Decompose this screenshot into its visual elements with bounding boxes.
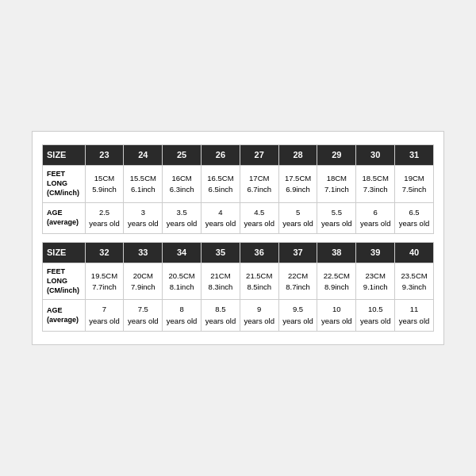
age-val-9: 11 years old [395, 300, 434, 332]
size-col-33: 33 [124, 243, 163, 263]
feet-val-7: 22.5CM 8.9inch [317, 263, 356, 300]
feet-val-9: 19CM 7.5inch [395, 166, 434, 202]
size-chart: SIZE232425262728293031 FEET LONG (CM/inc… [32, 131, 444, 345]
age-val-4: 8.5 years old [202, 300, 240, 332]
size-header: SIZE [43, 145, 86, 166]
age-val-8: 6 years old [356, 202, 395, 234]
feet-label: FEET LONG (CM/inch) [43, 166, 86, 202]
age-val-4: 4 years old [202, 202, 240, 234]
size-col-26: 26 [202, 145, 240, 166]
header-row-2: SIZE323334353637383940 [43, 243, 434, 263]
age-val-3: 3.5 years old [163, 202, 202, 234]
size-col-28: 28 [278, 145, 317, 166]
feet-row: FEET LONG (CM/inch)19.5CM 7.7inch20CM 7.… [43, 263, 434, 300]
size-col-37: 37 [278, 243, 317, 263]
feet-val-4: 16.5CM 6.5inch [202, 166, 240, 202]
age-val-5: 9 years old [240, 300, 278, 332]
feet-val-8: 18.5CM 7.3inch [356, 166, 395, 202]
age-val-7: 5.5 years old [317, 202, 356, 234]
age-row: AGE (average)7 years old7.5 years old8 y… [43, 300, 434, 332]
size-table-1: SIZE232425262728293031 FEET LONG (CM/inc… [42, 144, 434, 234]
feet-val-2: 15.5CM 6.1inch [124, 166, 163, 202]
feet-val-2: 20CM 7.9inch [124, 263, 163, 300]
feet-val-6: 17.5CM 6.9inch [278, 166, 317, 202]
feet-row: FEET LONG (CM/inch)15CM 5.9inch15.5CM 6.… [43, 166, 434, 202]
age-val-9: 6.5 years old [395, 202, 434, 234]
header-row-1: SIZE232425262728293031 [43, 145, 434, 166]
size-col-36: 36 [240, 243, 278, 263]
size-col-25: 25 [163, 145, 202, 166]
size-col-38: 38 [317, 243, 356, 263]
age-val-1: 7 years old [85, 300, 124, 332]
feet-val-1: 15CM 5.9inch [85, 166, 124, 202]
age-val-6: 5 years old [278, 202, 317, 234]
age-val-5: 4.5 years old [240, 202, 278, 234]
age-row: AGE (average)2.5 years old3 years old3.5… [43, 202, 434, 234]
age-val-8: 10.5 years old [356, 300, 395, 332]
size-table-2: SIZE323334353637383940 FEET LONG (CM/inc… [42, 242, 434, 332]
size-col-34: 34 [163, 243, 202, 263]
size-col-29: 29 [317, 145, 356, 166]
size-col-40: 40 [395, 243, 434, 263]
feet-val-1: 19.5CM 7.7inch [85, 263, 124, 300]
feet-val-6: 22CM 8.7inch [278, 263, 317, 300]
age-val-1: 2.5 years old [85, 202, 124, 234]
size-col-27: 27 [240, 145, 278, 166]
size-col-31: 31 [395, 145, 434, 166]
size-col-39: 39 [356, 243, 395, 263]
age-val-2: 7.5 years old [124, 300, 163, 332]
feet-val-4: 21CM 8.3inch [202, 263, 240, 300]
size-header: SIZE [43, 243, 86, 263]
feet-val-8: 23CM 9.1inch [356, 263, 395, 300]
feet-val-5: 17CM 6.7inch [240, 166, 278, 202]
feet-val-9: 23.5CM 9.3inch [395, 263, 434, 300]
feet-val-5: 21.5CM 8.5inch [240, 263, 278, 300]
feet-label: FEET LONG (CM/inch) [43, 263, 86, 300]
age-val-3: 8 years old [163, 300, 202, 332]
age-label: AGE (average) [43, 300, 86, 332]
size-col-30: 30 [356, 145, 395, 166]
size-col-24: 24 [124, 145, 163, 166]
age-val-6: 9.5 years old [278, 300, 317, 332]
feet-val-7: 18CM 7.1inch [317, 166, 356, 202]
feet-val-3: 16CM 6.3inch [163, 166, 202, 202]
feet-val-3: 20.5CM 8.1inch [163, 263, 202, 300]
size-col-32: 32 [85, 243, 124, 263]
size-col-35: 35 [202, 243, 240, 263]
age-val-7: 10 years old [317, 300, 356, 332]
size-col-23: 23 [85, 145, 124, 166]
age-val-2: 3 years old [124, 202, 163, 234]
age-label: AGE (average) [43, 202, 86, 234]
